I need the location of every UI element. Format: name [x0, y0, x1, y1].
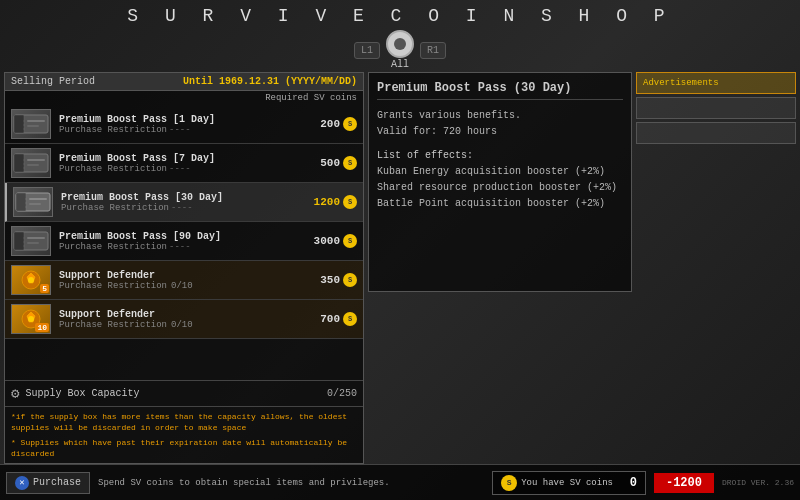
item-price-4: 350 S	[320, 273, 357, 287]
sv-coin-icon-2: S	[343, 195, 357, 209]
item-list: Premium Boost Pass [1 Day] Purchase Rest…	[5, 105, 363, 380]
purchase-button[interactable]: ✕ Purchase	[6, 472, 90, 494]
selling-period-bar: Selling Period Until 1969.12.31 (YYYY/MM…	[5, 73, 363, 91]
sv-coin-icon-0: S	[343, 117, 357, 131]
svg-rect-13	[29, 198, 47, 200]
svg-point-21	[28, 277, 34, 283]
supply-box-count: 0/250	[327, 388, 357, 399]
selling-period-date: Until 1969.12.31 (YYYY/MM/DD)	[183, 76, 357, 87]
item-price-0: 200 S	[320, 117, 357, 131]
item-dash-1: ----	[169, 164, 191, 174]
item-icon-3	[11, 226, 51, 256]
coins-sv-icon: S	[501, 475, 517, 491]
supply-box-label: Supply Box Capacity	[25, 388, 327, 399]
cost-display: -1200	[654, 473, 714, 493]
version-text: DROID VER. 2.36	[722, 478, 794, 487]
svg-rect-6	[14, 154, 24, 172]
item-price-2: 1200 S	[314, 195, 357, 209]
item-dash-3: ----	[169, 242, 191, 252]
svg-rect-3	[27, 120, 45, 122]
detail-description: Grants various benefits.Valid for: 720 h…	[377, 108, 623, 140]
price-number-5: 700	[320, 313, 340, 325]
price-number-4: 350	[320, 274, 340, 286]
effect-0: Kuban Energy acquisition booster (+2%)	[377, 164, 623, 180]
effect-2: Battle Point acquisition booster (+2%)	[377, 196, 623, 212]
right-panel: Premium Boost Pass (30 Day) Grants vario…	[368, 72, 796, 464]
right-sidebar: Advertisements	[636, 72, 796, 292]
item-restriction-4: Purchase Restriction	[59, 281, 167, 291]
sidebar-item-0[interactable]: Advertisements	[636, 72, 796, 94]
svg-rect-14	[29, 203, 41, 205]
svg-rect-1	[14, 115, 24, 133]
selling-period-label: Selling Period	[11, 76, 95, 87]
sv-coin-icon-4: S	[343, 273, 357, 287]
tab-l1[interactable]: L1	[354, 42, 380, 59]
x-button-icon: ✕	[15, 476, 29, 490]
item-icon-2	[13, 187, 53, 217]
item-price-1: 500 S	[320, 156, 357, 170]
sv-coin-icon-1: S	[343, 156, 357, 170]
item-name-0: Premium Boost Pass [1 Day]	[59, 114, 320, 125]
item-icon-1	[11, 148, 51, 178]
sidebar-item-2[interactable]	[636, 122, 796, 144]
shop-item-4[interactable]: 5 Support Defender Purchase Restriction …	[5, 261, 363, 300]
coins-amount: 0	[617, 476, 637, 490]
note-0: *if the supply box has more items than t…	[11, 411, 357, 433]
item-icon-5: 10	[11, 304, 51, 334]
effects-title: List of effects:	[377, 148, 623, 164]
svg-rect-11	[16, 193, 26, 211]
tab-r1[interactable]: R1	[420, 42, 446, 59]
shop-item-1[interactable]: Premium Boost Pass [7 Day] Purchase Rest…	[5, 144, 363, 183]
item-restriction-5: Purchase Restriction	[59, 320, 167, 330]
effect-1: Shared resource production booster (+2%)	[377, 180, 623, 196]
svg-rect-9	[27, 164, 39, 166]
item-info-0: Premium Boost Pass [1 Day] Purchase Rest…	[59, 114, 320, 135]
shop-item-3[interactable]: Premium Boost Pass [90 Day] Purchase Res…	[5, 222, 363, 261]
item-info-2: Premium Boost Pass [30 Day] Purchase Res…	[61, 192, 314, 213]
item-price-3: 3000 S	[314, 234, 357, 248]
item-restriction-3: Purchase Restriction	[59, 242, 167, 252]
item-restriction-1: Purchase Restriction	[59, 164, 167, 174]
supply-box-icon: ⚙	[11, 385, 19, 402]
svg-point-23	[28, 316, 34, 322]
price-number-1: 500	[320, 157, 340, 169]
item-info-3: Premium Boost Pass [90 Day] Purchase Res…	[59, 231, 314, 252]
item-info-5: Support Defender Purchase Restriction 0/…	[59, 309, 320, 330]
detail-body: Grants various benefits.Valid for: 720 h…	[377, 108, 623, 212]
item-price-5: 700 S	[320, 312, 357, 326]
item-info-1: Premium Boost Pass [7 Day] Purchase Rest…	[59, 153, 320, 174]
svg-rect-8	[27, 159, 45, 161]
bottom-hint: Spend SV coins to obtain special items a…	[98, 478, 484, 488]
bottom-bar: ✕ Purchase Spend SV coins to obtain spec…	[0, 464, 800, 500]
required-coins-header: Required SV coins	[5, 91, 363, 105]
item-name-2: Premium Boost Pass [30 Day]	[61, 192, 314, 203]
detail-panel: Premium Boost Pass (30 Day) Grants vario…	[368, 72, 632, 292]
shop-item-0[interactable]: Premium Boost Pass [1 Day] Purchase Rest…	[5, 105, 363, 144]
item-dash-2: ----	[171, 203, 193, 213]
note-1: * Supplies which have past their expirat…	[11, 437, 357, 459]
sv-coin-icon-5: S	[343, 312, 357, 326]
item-restriction-2: Purchase Restriction	[61, 203, 169, 213]
svg-rect-4	[27, 125, 39, 127]
item-badge-5: 10	[35, 323, 49, 332]
item-name-4: Support Defender	[59, 270, 320, 281]
price-number-0: 200	[320, 118, 340, 130]
left-panel: Selling Period Until 1969.12.31 (YYYY/MM…	[4, 72, 364, 464]
sidebar-item-1[interactable]	[636, 97, 796, 119]
item-icon-4: 5	[11, 265, 51, 295]
tab-circle-inner	[394, 38, 406, 50]
right-top: Premium Boost Pass (30 Day) Grants vario…	[368, 72, 796, 292]
svg-rect-18	[27, 237, 45, 239]
item-info-4: Support Defender Purchase Restriction 0/…	[59, 270, 320, 291]
notes-section: *if the supply box has more items than t…	[5, 407, 363, 463]
item-name-5: Support Defender	[59, 309, 320, 320]
item-name-1: Premium Boost Pass [7 Day]	[59, 153, 320, 164]
price-number-3: 3000	[314, 235, 340, 247]
shop-item-2[interactable]: Premium Boost Pass [30 Day] Purchase Res…	[5, 183, 363, 222]
detail-title: Premium Boost Pass (30 Day)	[377, 81, 623, 100]
shop-item-5[interactable]: 10 Support Defender Purchase Restriction…	[5, 300, 363, 339]
shop-title: S u r v i v e C o i n S h o p	[0, 0, 800, 30]
item-badge-4: 5	[40, 284, 49, 293]
supply-box-row: ⚙ Supply Box Capacity 0/250	[5, 380, 363, 407]
tab-all-button[interactable]	[386, 30, 414, 58]
